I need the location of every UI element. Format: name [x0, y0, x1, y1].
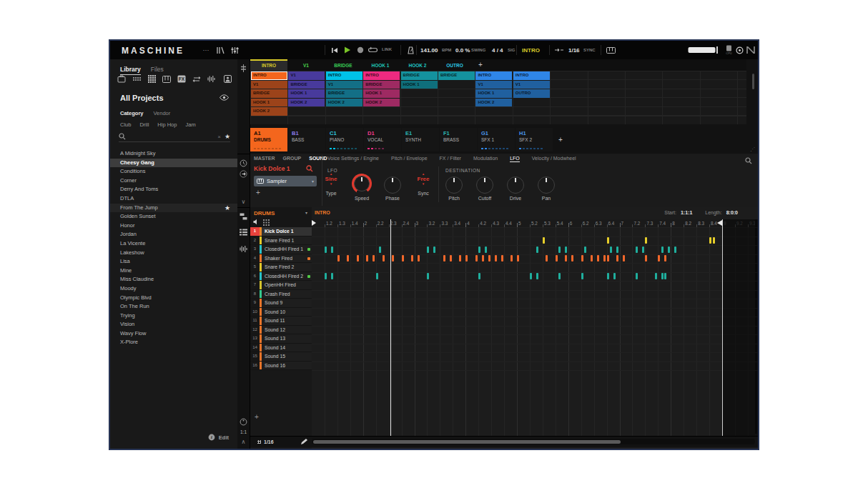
section-tab-hook-2[interactable]: HOOK 2	[399, 59, 436, 71]
clip-sfx-2-outro[interactable]: OUTRO	[513, 89, 550, 98]
sound-row-crash-fired[interactable]: 8Crash Fired	[250, 290, 312, 299]
sound-row-sound-13[interactable]: 13Sound 13	[250, 334, 312, 344]
note-event[interactable]	[603, 255, 606, 262]
clip-brass-bridge[interactable]: BRIDGE	[438, 71, 475, 80]
tag-drill[interactable]: Drill	[139, 121, 149, 128]
fx-icon[interactable]: FX	[177, 75, 186, 83]
note-event[interactable]	[379, 247, 381, 253]
channel-properties-icon[interactable]	[240, 159, 247, 167]
user-content-icon[interactable]	[224, 75, 232, 83]
collapse-pattern-icon[interactable]: ∧	[240, 438, 247, 446]
note-event[interactable]	[443, 255, 445, 262]
project-item-lakeshow[interactable]: Lakeshow	[110, 249, 237, 258]
browser-toggle-icon[interactable]	[215, 44, 227, 56]
note-event[interactable]	[616, 247, 618, 253]
note-event[interactable]	[478, 273, 480, 279]
prehear-eye-icon[interactable]	[220, 94, 229, 101]
resize-grip[interactable]: ⋰	[750, 146, 755, 151]
project-item-wavy-flow[interactable]: Wavy Flow	[110, 329, 237, 339]
note-event[interactable]	[347, 255, 349, 262]
group-vocal[interactable]: D1VOCAL	[364, 128, 401, 151]
param-pan[interactable]: Pan	[531, 172, 562, 201]
note-event[interactable]	[636, 273, 638, 279]
knob-phase[interactable]	[384, 176, 401, 194]
note-event[interactable]	[450, 255, 452, 262]
note-event[interactable]	[482, 255, 484, 262]
note-event[interactable]	[433, 247, 435, 253]
group-drums[interactable]: A1DRUMS	[250, 128, 287, 151]
project-item-golden-sunset[interactable]: Golden Sunset	[110, 212, 237, 221]
sound-row-kick-dolce-1[interactable]: 1Kick Dolce 1	[250, 227, 312, 236]
clip-piano-intro[interactable]: INTRO	[326, 71, 363, 80]
note-event[interactable]	[383, 255, 385, 262]
plugin-page-tab-voice-settings-engine[interactable]: Voice Settings / Engine	[327, 156, 379, 162]
project-item-olympic-blvd[interactable]: Olympic Blvd	[110, 294, 237, 303]
clip-grid[interactable]: INTROV1BRIDGEHOOK 1HOOK 2V1BRIDGEHOOK 1H…	[250, 71, 746, 124]
section-tab-v1[interactable]: V1	[287, 59, 325, 71]
project-item-x-plore[interactable]: X-Plore	[110, 338, 237, 347]
channel-tab-master[interactable]: MASTER	[254, 156, 275, 161]
note-event[interactable]	[427, 273, 429, 279]
clip-bass-bridge[interactable]: BRIDGE	[288, 81, 325, 89]
sound-name[interactable]: Kick Dolce 1	[254, 165, 290, 172]
pattern-hscrollbar-thumb[interactable]	[313, 440, 621, 444]
clip-synth-bridge[interactable]: BRIDGE	[401, 71, 438, 80]
bpm-value[interactable]: 141.00	[420, 47, 438, 54]
note-event[interactable]	[459, 255, 461, 262]
clip-sfx-1-intro[interactable]: INTRO	[475, 71, 512, 80]
knob-pitch[interactable]	[445, 176, 463, 194]
sound-row-sound-11[interactable]: 11Sound 11	[250, 317, 312, 326]
note-event[interactable]	[668, 247, 670, 253]
note-event[interactable]	[366, 255, 368, 262]
param-sync[interactable]: ▴Free▾Sync	[408, 172, 439, 196]
edit-pencil-icon[interactable]	[300, 438, 307, 445]
note-event[interactable]	[376, 273, 378, 279]
add-group-button[interactable]: +	[553, 128, 568, 151]
knob-speed[interactable]	[354, 176, 370, 191]
group-synth[interactable]: E1SYNTH	[402, 128, 439, 151]
note-event[interactable]	[658, 255, 660, 262]
sound-search-icon[interactable]	[306, 165, 313, 172]
project-item-la-vicente[interactable]: La Vicente	[110, 239, 237, 249]
project-item-lisa[interactable]: Lisa	[110, 257, 237, 267]
note-event[interactable]	[581, 273, 583, 279]
favorites-filter-icon[interactable]: ★	[225, 133, 230, 140]
sound-row-closedhh-fired-2[interactable]: 6ClosedHH Fired 2	[250, 272, 312, 282]
group-brass[interactable]: F1BRASS	[440, 128, 477, 151]
note-event[interactable]	[517, 255, 519, 262]
tag-hip-hop[interactable]: Hip Hop	[157, 121, 177, 128]
zoom-level-display[interactable]: 1:1	[240, 428, 247, 436]
note-event[interactable]	[427, 247, 429, 253]
note-event[interactable]	[664, 273, 666, 279]
sounds-icon[interactable]	[148, 75, 156, 83]
grid-value[interactable]: 1/16	[568, 47, 580, 54]
note-event[interactable]	[597, 255, 599, 262]
restart-icon[interactable]	[329, 44, 340, 56]
note-event[interactable]	[655, 273, 657, 279]
filter-tab-vendor[interactable]: Vendor	[154, 110, 171, 116]
project-item-a-midnight-sky[interactable]: A Midnight Sky	[110, 149, 237, 159]
param-drive[interactable]: Drive	[500, 172, 531, 201]
clip-sfx-1-v1[interactable]: V1	[475, 81, 512, 89]
link-toggle[interactable]: LINK	[382, 47, 392, 51]
plugin-page-tab-lfo[interactable]: LFO	[510, 156, 520, 162]
note-event[interactable]	[331, 247, 333, 253]
note-event[interactable]	[584, 247, 586, 253]
pattern-name[interactable]: INTRO	[315, 210, 330, 215]
metronome-icon[interactable]	[405, 44, 416, 56]
note-event[interactable]	[709, 237, 711, 244]
clip-bass-v1[interactable]: V1	[288, 71, 325, 80]
note-event[interactable]	[661, 247, 664, 253]
note-event[interactable]	[337, 255, 340, 262]
sound-row-closedhh-fired-1[interactable]: 3ClosedHH Fired 1	[250, 245, 312, 254]
plugin-icon[interactable]	[240, 170, 247, 178]
section-tab-bridge[interactable]: BRIDGE	[325, 59, 362, 71]
add-section-button[interactable]: +	[473, 59, 488, 71]
clip-drums-bridge[interactable]: BRIDGE	[251, 89, 287, 98]
pattern-group-header[interactable]: DRUMS ▾	[250, 207, 312, 227]
project-item-cheesy-gang[interactable]: Cheesy Gang	[110, 159, 237, 168]
note-event[interactable]	[488, 255, 490, 262]
section-tab-hook-1[interactable]: HOOK 1	[362, 59, 399, 71]
note-event[interactable]	[674, 247, 676, 253]
note-event[interactable]	[373, 255, 375, 262]
